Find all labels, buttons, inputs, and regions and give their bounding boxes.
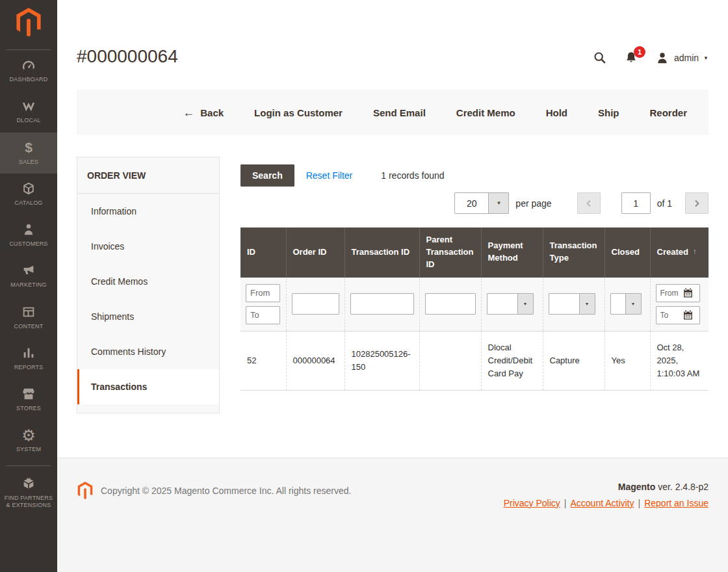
page-number-input[interactable] xyxy=(621,192,651,214)
transaction-id-filter-input[interactable] xyxy=(350,293,414,315)
id-to-filter-input[interactable] xyxy=(246,306,280,324)
sidebar-item-marketing[interactable]: MARKETING xyxy=(0,255,57,296)
sort-ascending-icon: ↑ xyxy=(693,247,697,255)
sidebar-item-customers[interactable]: CUSTOMERS xyxy=(0,214,57,255)
column-header-parent-transaction-id[interactable]: Parent Transaction ID xyxy=(419,228,481,278)
order-view-item-shipments[interactable]: Shipments xyxy=(77,299,219,334)
created-label: Created xyxy=(657,247,688,257)
sales-icon: $ xyxy=(25,140,32,154)
filter-cell-created xyxy=(650,278,708,332)
sidebar-item-sales[interactable]: $ SALES xyxy=(0,133,57,174)
main-area: #000000064 1 admin ▼ ← Back xyxy=(57,0,728,572)
search-button[interactable]: Search xyxy=(240,164,294,187)
sidebar-item-system[interactable]: ⚙ SYSTEM xyxy=(0,420,57,461)
column-header-closed[interactable]: Closed xyxy=(604,228,650,278)
footer-meta: Magento ver. 2.4.8-p2 Privacy Policy|Acc… xyxy=(504,482,708,508)
dlocal-icon xyxy=(21,99,36,113)
send-email-button[interactable]: Send Email xyxy=(373,107,426,118)
column-header-id[interactable]: ID xyxy=(240,228,286,278)
order-view-item-invoices[interactable]: Invoices xyxy=(77,229,219,264)
sidebar-item-dashboard[interactable]: DASHBOARD xyxy=(0,50,57,91)
sidebar-item-stores[interactable]: STORES xyxy=(0,379,57,420)
column-header-payment-method[interactable]: Payment Method xyxy=(481,228,543,278)
previous-page-button[interactable] xyxy=(577,192,601,214)
column-header-created[interactable]: Created↑ xyxy=(650,228,708,278)
back-arrow-icon: ← xyxy=(183,106,194,120)
sidebar-item-catalog[interactable]: CATALOG xyxy=(0,174,57,214)
dashboard-icon xyxy=(21,58,36,72)
ship-button[interactable]: Ship xyxy=(598,107,619,118)
column-header-transaction-type[interactable]: Transaction Type xyxy=(543,228,604,278)
order-view-item-comments-history[interactable]: Comments History xyxy=(77,334,219,369)
reorder-button[interactable]: Reorder xyxy=(649,107,687,118)
cell-closed: Yes xyxy=(604,332,650,391)
order-id-filter-input[interactable] xyxy=(292,293,339,315)
per-page-select[interactable]: 20 ▼ xyxy=(454,192,509,214)
chevron-left-icon xyxy=(585,200,593,207)
closed-filter-select[interactable]: ▼ xyxy=(610,293,642,315)
created-from-filter-input[interactable] xyxy=(656,289,682,298)
magento-logo-icon xyxy=(14,8,44,38)
credit-memo-button[interactable]: Credit Memo xyxy=(456,107,515,118)
table-row[interactable]: 52 000000064 102825005126-150 Dlocal Cre… xyxy=(240,332,708,391)
global-search-button[interactable] xyxy=(593,51,607,65)
calendar-icon xyxy=(682,309,694,320)
chevron-down-icon: ▼ xyxy=(517,294,533,314)
page-of-label: of 1 xyxy=(657,198,672,209)
id-from-filter-input[interactable] xyxy=(246,284,280,302)
sidebar-item-find-partners[interactable]: FIND PARTNERS & EXTENSIONS xyxy=(0,469,57,517)
login-as-customer-button[interactable]: Login as Customer xyxy=(254,107,343,118)
system-icon: ⚙ xyxy=(21,428,36,442)
sidebar-item-dlocal[interactable]: DLOCAL xyxy=(0,91,57,132)
magento-logo[interactable] xyxy=(0,0,57,49)
header-actions: 1 admin ▼ xyxy=(593,51,708,70)
version-text: Magento ver. 2.4.8-p2 xyxy=(504,482,708,492)
order-view-item-credit-memos[interactable]: Credit Memos xyxy=(77,264,219,299)
chevron-down-icon: ▼ xyxy=(625,294,641,314)
notification-badge: 1 xyxy=(634,46,645,58)
report-an-issue-link[interactable]: Report an Issue xyxy=(644,498,708,508)
cell-transaction-type: Capture xyxy=(543,332,604,391)
hold-button[interactable]: Hold xyxy=(546,107,567,118)
stores-icon xyxy=(21,387,36,401)
sidebar-label: REPORTS xyxy=(2,364,55,371)
calendar-from-button[interactable] xyxy=(682,287,694,298)
transaction-type-filter-select[interactable]: ▼ xyxy=(549,293,595,315)
back-label: Back xyxy=(200,107,224,118)
column-header-transaction-id[interactable]: Transaction ID xyxy=(344,228,419,278)
admin-user-menu[interactable]: admin ▼ xyxy=(655,51,708,65)
order-view-item-information[interactable]: Information xyxy=(77,194,219,229)
column-header-order-id[interactable]: Order ID xyxy=(286,228,344,278)
link-separator: | xyxy=(564,498,567,508)
order-view-item-transactions[interactable]: Transactions xyxy=(77,369,219,404)
sidebar-label: SALES xyxy=(2,159,55,166)
app-window: DASHBOARD DLOCAL $ SALES CATALOG CUSTOME… xyxy=(0,0,728,572)
copyright-text: Copyright © 2025 Magento Commerce Inc. A… xyxy=(101,486,351,496)
sidebar-item-content[interactable]: CONTENT xyxy=(0,297,57,338)
filter-cell-transaction-type: ▼ xyxy=(543,278,604,332)
account-activity-link[interactable]: Account Activity xyxy=(570,498,634,508)
admin-user-name: admin xyxy=(674,53,699,63)
cell-parent-transaction-id xyxy=(419,332,481,391)
back-button[interactable]: ← Back xyxy=(183,106,224,120)
next-page-button[interactable] xyxy=(685,192,708,214)
calendar-to-button[interactable] xyxy=(682,309,694,320)
footer: Copyright © 2025 Magento Commerce Inc. A… xyxy=(57,458,728,572)
parent-transaction-id-filter-input[interactable] xyxy=(425,293,476,315)
calendar-icon xyxy=(682,287,694,298)
payment-method-filter-select[interactable]: ▼ xyxy=(487,293,534,315)
sidebar-divider xyxy=(6,465,51,466)
created-to-filter-input[interactable] xyxy=(656,311,682,320)
chevron-right-icon xyxy=(693,200,701,207)
version-number: ver. 2.4.8-p2 xyxy=(655,482,708,492)
sidebar-item-reports[interactable]: REPORTS xyxy=(0,338,57,379)
footer-links: Privacy Policy|Account Activity|Report a… xyxy=(504,498,708,508)
cell-created: Oct 28, 2025, 1:10:03 AM xyxy=(650,332,708,391)
privacy-policy-link[interactable]: Privacy Policy xyxy=(504,498,560,508)
page-title: #000000064 xyxy=(77,43,178,70)
notifications-button[interactable]: 1 xyxy=(624,51,638,65)
per-page-label: per page xyxy=(515,198,551,209)
customers-icon xyxy=(21,222,36,237)
records-found-text: 1 records found xyxy=(381,170,444,181)
reset-filter-link[interactable]: Reset Filter xyxy=(306,170,353,181)
